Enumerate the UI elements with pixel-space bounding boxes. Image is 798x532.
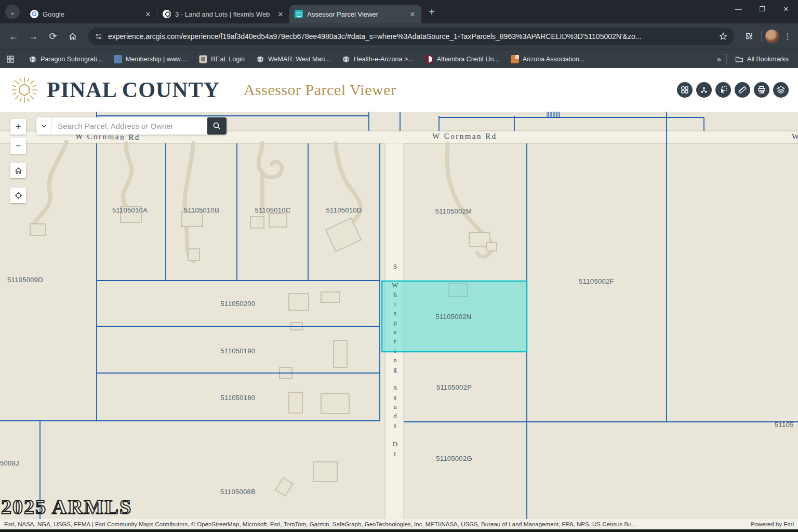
road-label-edge: W [792,132,798,141]
parcel-label: 51105 [775,421,794,429]
url-bar[interactable]: experience.arcgis.com/experience/f19af3d… [88,28,734,45]
puzzle-icon [745,32,754,41]
parcel-label: 51105002N [436,313,472,321]
bookmarks-separator [20,54,20,64]
restore-button[interactable]: ❐ [750,0,774,18]
map-tools [677,82,789,98]
site-info-icon[interactable] [95,32,103,41]
tab-close-icon[interactable]: ✕ [408,9,417,19]
globe-icon [29,55,37,63]
bookmark-membership[interactable]: Membership | www.... [111,54,191,65]
search-input[interactable] [51,117,207,135]
bookmark-label: REaL Login [211,56,245,63]
tab-google[interactable]: G Google ✕ [25,5,157,23]
bookmarks-bar: Paragon Subrograti... Membership | www..… [0,49,798,68]
window-bottom-edge [0,529,798,532]
bookmark-paragon[interactable]: Paragon Subrograti... [25,54,105,65]
parcel-label: 511050190 [221,347,256,355]
reload-button[interactable]: ⟳ [45,28,61,45]
home-button[interactable] [64,28,81,45]
browser-toolbar: ← → ⟳ experience.arcgis.com/experience/f… [0,23,798,49]
all-bookmarks-button[interactable]: All Bookmarks [732,54,792,65]
bookmark-arizona-association[interactable]: Arizona Association... [508,54,588,65]
layers-button[interactable] [773,82,789,98]
tab-title: Assessor Parcel Viewer [307,10,404,18]
tab-close-icon[interactable]: ✕ [143,9,153,19]
parcel-search-widget [36,117,227,135]
basemap-gallery-button[interactable] [677,82,693,98]
globe-icon [342,55,350,63]
search-button[interactable] [207,117,227,135]
apps-grid-icon[interactable] [6,55,15,63]
parcel-label: 51105002G [436,455,472,462]
attribution-text: Esri, NASA, NGA, USGS, FEMA | Esri Commu… [4,521,737,527]
county-title: PINAL COUNTY [47,77,220,102]
globe-icon [256,55,264,63]
maroon-circle-icon [425,55,433,63]
bookmarks-separator [726,54,727,64]
bookmark-label: Health-e-Arizona >... [354,56,414,63]
bookmark-star-icon[interactable] [719,32,728,41]
app-title: Assessor Parcel Viewer [244,81,396,99]
bookmark-label: WeMAR: West Mari... [268,56,330,63]
url-text: experience.arcgis.com/experience/f19af3d… [108,32,713,41]
home-extent-icon [14,166,23,175]
bookmark-label: Membership | www.... [126,56,188,63]
coordinates-button[interactable] [696,82,712,98]
bookmark-alhambra[interactable]: Alhambra Credit Un... [422,54,502,65]
extensions-button[interactable] [741,28,758,45]
bookmarks-overflow-button[interactable]: » [717,55,721,63]
grid-icon [681,86,689,94]
parcel-label: 51105008B [220,488,256,496]
bookmark-health-e-arizona[interactable]: Health-e-Arizona >... [339,54,417,65]
select-button[interactable] [715,82,731,98]
parcel-label: 5008J [0,459,19,467]
tab-flexmls[interactable]: 3 - Land and Lots | flexmls Web ✕ [157,5,289,23]
blue-square-icon [114,55,122,63]
search-source-dropdown[interactable] [36,117,51,135]
parcel-label: 51105002P [436,383,472,391]
parcel-map[interactable]: W Cornman Rd W Cornman Rd W S Whispering… [0,112,798,532]
all-bookmarks-label: All Bookmarks [747,56,789,63]
profile-avatar[interactable] [765,29,779,44]
default-extent-button[interactable] [10,163,26,178]
chevron-down-icon [41,124,47,128]
folder-icon [735,55,743,63]
zoom-out-button[interactable]: − [10,138,26,154]
locate-icon [14,191,23,200]
minimize-button[interactable]: — [726,0,750,18]
google-favicon-icon: G [30,10,38,18]
tab-title: 3 - Land and Lots | flexmls Web [175,10,272,18]
parcel-label: 51105010C [255,206,291,214]
bookmark-label: Paragon Subrograti... [41,56,102,63]
parcel-label: 51105010B [184,206,219,214]
back-button[interactable]: ← [5,28,22,45]
assessor-favicon-icon [295,10,303,18]
powered-by-esri: Powered by Esri [750,521,794,527]
print-button[interactable] [754,82,769,98]
measure-button[interactable] [735,82,750,98]
bookmark-label: Alhambra Credit Un... [437,56,499,63]
parcel-label: 51105010A [112,206,148,214]
tab-close-icon[interactable]: ✕ [276,9,285,19]
browser-menu-button[interactable]: ⋮ [782,32,793,42]
parcel-label: 51105010D [326,206,362,214]
attribution-bar: Esri, NASA, NGA, USGS, FEMA | Esri Commu… [0,519,798,529]
bookmark-real-login[interactable]: REaL Login [196,54,248,65]
window-controls: — ❐ ✕ [726,0,798,18]
tab-title: Google [43,10,139,18]
close-button[interactable]: ✕ [774,0,798,18]
tab-search-button[interactable]: ⌄ [5,5,20,19]
pinal-county-logo-icon [9,75,39,105]
printer-icon [757,86,766,94]
parcel-label: 51105002F [579,277,614,285]
zoom-in-button[interactable]: + [10,119,26,135]
parcel-label: 511050200 [221,300,256,308]
new-tab-button[interactable]: + [424,5,439,19]
forward-button[interactable]: → [25,28,42,45]
bookmark-wemar[interactable]: WeMAR: West Mari... [253,54,334,65]
axes-icon [700,86,708,94]
parcel-label: 51105009D [7,276,43,284]
tab-assessor-parcel-viewer[interactable]: Assessor Parcel Viewer ✕ [289,5,421,23]
my-location-button[interactable] [10,188,26,203]
